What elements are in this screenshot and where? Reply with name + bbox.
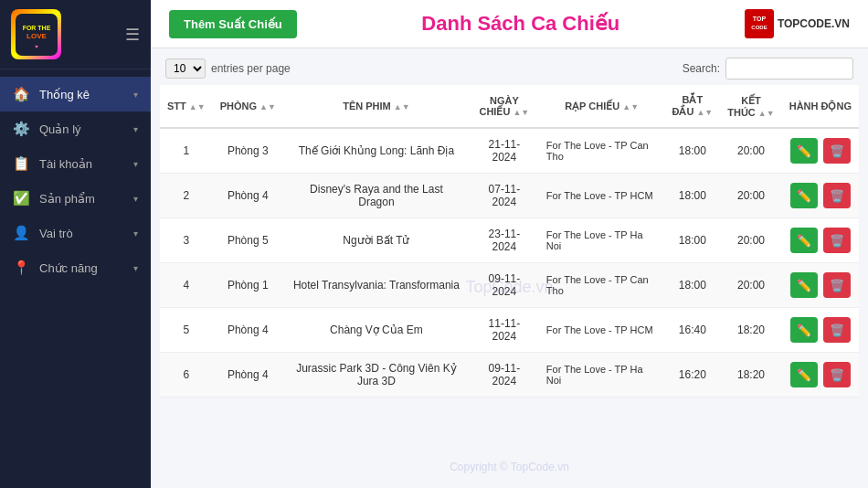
cell-stt: 4 (160, 263, 213, 308)
cell-ngay-chieu: 23-11-2024 (470, 218, 539, 263)
sidebar-item-san-pham[interactable]: ✅ Sản phẩm ▾ (0, 181, 151, 216)
chevron-icon-4: ▾ (133, 228, 138, 239)
cell-ten-phim: Người Bất Tử (283, 218, 470, 263)
chevron-icon-1: ▾ (133, 124, 138, 134)
cell-bat-dau: 16:40 (664, 308, 720, 353)
chevron-icon-5: ▾ (133, 263, 138, 273)
cell-stt: 3 (160, 218, 213, 263)
entries-select[interactable]: 10 25 50 (165, 58, 206, 79)
table-controls: 10 25 50 entries per page Search: (151, 48, 868, 85)
delete-button[interactable]: 🗑️ (823, 272, 851, 298)
table-row: 4 Phòng 1 Hotel Transylvania: Transforma… (160, 263, 859, 308)
brand-name: TOPCODE.VN (778, 17, 850, 30)
svg-text:FOR THE: FOR THE (22, 25, 50, 31)
cell-stt: 5 (160, 308, 213, 353)
cell-phong: Phòng 4 (213, 174, 283, 218)
svg-text:TOP: TOP (753, 16, 767, 22)
col-phong: PHÒNG ▲▼ (213, 85, 283, 128)
cell-rap-chieu: For The Love - TP Can Tho (539, 128, 665, 174)
cell-ngay-chieu: 11-11-2024 (470, 308, 539, 353)
sort-icon-ngay: ▲▼ (513, 108, 529, 117)
cell-ket-thuc: 20:00 (720, 218, 781, 263)
sidebar-label-san-pham: Sản phẩm (39, 192, 95, 206)
col-bat-dau: BẮTĐẦU ▲▼ (664, 85, 720, 128)
delete-button[interactable]: 🗑️ (823, 362, 851, 387)
hamburger-icon[interactable]: ☰ (125, 25, 140, 45)
sidebar-label-thong-ke: Thống kê (39, 88, 90, 101)
cell-ngay-chieu: 09-11-2024 (470, 353, 539, 398)
cell-rap-chieu: For The Love - TP Ha Noi (539, 218, 665, 263)
table-row: 1 Phòng 3 Thế Giới Khủng Long: Lãnh Địa … (160, 128, 859, 174)
topbar: Thêm Suất Chiếu Danh Sách Ca Chiếu TOP C… (151, 0, 868, 48)
delete-button[interactable]: 🗑️ (823, 317, 851, 343)
sort-icon-ten-phim: ▲▼ (394, 102, 410, 111)
sidebar-item-quan-ly[interactable]: ⚙️ Quản lý ▾ (0, 111, 151, 146)
cell-stt: 2 (160, 174, 213, 218)
cell-ngay-chieu: 07-11-2024 (470, 174, 539, 218)
gear-icon: ⚙️ (13, 121, 30, 137)
edit-button[interactable]: ✏️ (790, 138, 818, 164)
cell-rap-chieu: For The Love - TP Can Tho (539, 263, 665, 308)
cell-hanh-dong: ✏️ 🗑️ (782, 128, 859, 174)
search-input[interactable] (725, 58, 853, 80)
add-showing-button[interactable]: Thêm Suất Chiếu (169, 10, 297, 38)
table-row: 2 Phòng 4 Disney's Raya and the Last Dra… (160, 174, 859, 218)
sidebar: FOR THE LOVE ♥ ☰ 🏠 Thống kê ▾ ⚙️ Quản lý… (0, 0, 151, 488)
delete-button[interactable]: 🗑️ (823, 228, 851, 253)
cell-hanh-dong: ✏️ 🗑️ (782, 353, 859, 398)
cell-ngay-chieu: 09-11-2024 (470, 263, 539, 308)
table-wrapper: TopCode.vn Copyright © TopCode.vn STT ▲▼… (151, 85, 868, 488)
table-row: 6 Phòng 4 Jurassic Park 3D - Công Viên K… (160, 353, 859, 398)
edit-button[interactable]: ✏️ (790, 183, 818, 208)
copyright: Copyright © TopCode.vn (450, 461, 569, 473)
cell-phong: Phòng 5 (213, 218, 283, 263)
edit-button[interactable]: ✏️ (790, 272, 818, 298)
search-control: Search: (683, 58, 853, 80)
cell-hanh-dong: ✏️ 🗑️ (782, 174, 859, 218)
sidebar-label-vai-tro: Vai trò (39, 227, 73, 240)
svg-rect-4 (745, 9, 774, 38)
sort-icon-rap: ▲▼ (622, 102, 639, 111)
brand-logo: TOP CODE TOPCODE.VN (745, 9, 850, 38)
edit-button[interactable]: ✏️ (790, 317, 818, 343)
cell-ten-phim: Disney's Raya and the Last Dragon (283, 174, 470, 218)
cell-ket-thuc: 20:00 (720, 263, 781, 308)
function-icon: 📍 (13, 260, 30, 276)
sidebar-header: FOR THE LOVE ♥ ☰ (0, 0, 151, 69)
cell-ten-phim: Chàng Vợ Của Em (283, 308, 470, 353)
showings-table: STT ▲▼ PHÒNG ▲▼ TÊN PHIM ▲▼ NGÀYCHIẾU ▲▼… (160, 85, 859, 398)
sidebar-nav: 🏠 Thống kê ▾ ⚙️ Quản lý ▾ 📋 Tài khoản ▾ … (0, 69, 151, 488)
col-hanh-dong: HÀNH ĐỘNG (782, 85, 859, 128)
cell-ten-phim: Jurassic Park 3D - Công Viên Kỷ Jura 3D (283, 353, 470, 398)
cell-rap-chieu: For The Love - TP HCM (539, 308, 665, 353)
cell-bat-dau: 18:00 (664, 128, 720, 174)
sort-icon-phong: ▲▼ (259, 102, 276, 111)
cell-bat-dau: 18:00 (664, 174, 720, 218)
col-ket-thuc: KẾTTHÚC ▲▼ (720, 85, 781, 128)
cell-stt: 6 (160, 353, 213, 398)
cell-ten-phim: Hotel Transylvania: Transformania (283, 263, 470, 308)
chevron-icon-3: ▾ (133, 194, 138, 204)
table-row: 5 Phòng 4 Chàng Vợ Của Em 11-11-2024 For… (160, 308, 859, 353)
sidebar-item-tai-khoan[interactable]: 📋 Tài khoản ▾ (0, 146, 151, 181)
product-icon: ✅ (13, 190, 30, 207)
delete-button[interactable]: 🗑️ (823, 183, 851, 208)
cell-phong: Phòng 4 (213, 308, 283, 353)
col-rap-chieu: RẠP CHIẾU ▲▼ (539, 85, 665, 128)
col-ngay-chieu: NGÀYCHIẾU ▲▼ (470, 85, 539, 128)
sidebar-item-vai-tro[interactable]: 👤 Vai trò ▾ (0, 216, 151, 250)
edit-button[interactable]: ✏️ (790, 228, 818, 253)
sort-icon-stt: ▲▼ (189, 102, 206, 111)
delete-button[interactable]: 🗑️ (823, 138, 851, 164)
search-label: Search: (683, 62, 720, 75)
col-stt: STT ▲▼ (160, 85, 213, 128)
cell-rap-chieu: For The Love - TP HCM (539, 174, 665, 218)
cell-bat-dau: 16:20 (664, 353, 720, 398)
sidebar-item-thong-ke[interactable]: 🏠 Thống kê ▾ (0, 77, 151, 111)
svg-text:CODE: CODE (751, 25, 767, 30)
chevron-icon-2: ▾ (133, 159, 138, 169)
cell-phong: Phòng 1 (213, 263, 283, 308)
sidebar-item-chuc-nang[interactable]: 📍 Chức năng ▾ (0, 250, 151, 285)
col-ten-phim: TÊN PHIM ▲▼ (283, 85, 470, 128)
edit-button[interactable]: ✏️ (790, 362, 818, 387)
